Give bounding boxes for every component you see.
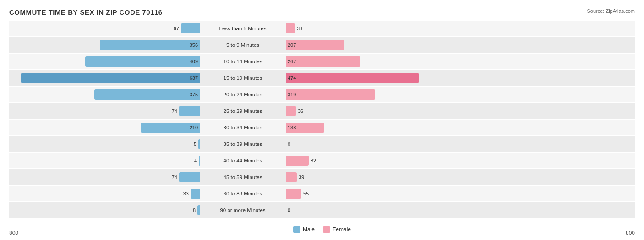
- bar-label: Less than 5 Minutes: [202, 26, 284, 31]
- left-section: 210: [9, 123, 202, 133]
- male-bar: [198, 139, 200, 149]
- female-bar: [286, 156, 309, 166]
- left-section: 409: [9, 56, 202, 67]
- bar-label: 25 to 29 Minutes: [202, 108, 284, 114]
- female-bar: 319: [286, 89, 375, 100]
- left-section: 74: [9, 106, 202, 116]
- male-bar: [179, 172, 200, 182]
- right-section: 0: [284, 205, 476, 215]
- bar-row: 7425 to 29 Minutes36: [9, 103, 635, 119]
- right-section: 138: [284, 123, 476, 133]
- bar-row: 890 or more Minutes0: [9, 202, 635, 218]
- right-section: 207: [284, 40, 476, 50]
- female-bar: [286, 106, 296, 116]
- bar-row: 535 to 39 Minutes0: [9, 136, 635, 152]
- bar-label: 60 to 89 Minutes: [202, 191, 284, 196]
- chart-container: COMMUTE TIME BY SEX IN ZIP CODE 70116 So…: [0, 0, 644, 240]
- bar-label: 40 to 44 Minutes: [202, 158, 284, 163]
- bar-row: 3360 to 89 Minutes55: [9, 186, 635, 201]
- male-bar: [179, 106, 200, 116]
- bar-row: 7445 to 59 Minutes39: [9, 169, 635, 185]
- legend-female: Female: [323, 226, 351, 233]
- bar-row: 63715 to 19 Minutes474: [9, 70, 635, 86]
- legend-female-box: [323, 226, 330, 233]
- right-section: 319: [284, 89, 476, 100]
- legend-male: Male: [293, 226, 315, 233]
- male-bar: 356: [100, 40, 200, 50]
- bars-area: 67Less than 5 Minutes333565 to 9 Minutes…: [9, 21, 635, 218]
- bar-label: 45 to 59 Minutes: [202, 174, 284, 180]
- left-section: 356: [9, 40, 202, 50]
- female-bar: 267: [286, 56, 360, 67]
- bar-row: 440 to 44 Minutes82: [9, 153, 635, 168]
- right-section: 267: [284, 56, 476, 67]
- bar-label: 90 or more Minutes: [202, 207, 284, 213]
- left-section: 4: [9, 156, 202, 166]
- left-section: 8: [9, 205, 202, 215]
- right-section: 55: [284, 189, 476, 199]
- bar-row: 3565 to 9 Minutes207: [9, 37, 635, 53]
- bar-label: 10 to 14 Minutes: [202, 59, 284, 64]
- bar-label: 5 to 9 Minutes: [202, 42, 284, 48]
- male-bar: [197, 205, 200, 215]
- male-bar: [181, 23, 200, 33]
- male-bar: [191, 189, 200, 199]
- right-section: 474: [284, 73, 476, 83]
- chart-legend: Male Female: [293, 226, 351, 233]
- right-section: 36: [284, 106, 476, 116]
- right-section: 0: [284, 139, 476, 149]
- female-bar: [286, 189, 301, 199]
- chart-title: COMMUTE TIME BY SEX IN ZIP CODE 70116: [9, 8, 635, 16]
- female-bar: 474: [286, 73, 419, 83]
- legend-male-box: [293, 226, 300, 233]
- female-bar: [286, 23, 295, 33]
- left-section: 74: [9, 172, 202, 182]
- left-section: 67: [9, 23, 202, 33]
- right-section: 33: [284, 23, 476, 33]
- legend-male-label: Male: [303, 226, 315, 233]
- left-section: 637: [9, 73, 202, 83]
- chart-footer: 800 Male Female 800: [0, 230, 644, 236]
- male-bar: [199, 156, 200, 166]
- bar-label: 35 to 39 Minutes: [202, 141, 284, 147]
- bar-label: 20 to 24 Minutes: [202, 92, 284, 97]
- right-section: 39: [284, 172, 476, 182]
- right-section: 82: [284, 156, 476, 166]
- female-bar: [286, 172, 297, 182]
- legend-female-label: Female: [333, 226, 351, 233]
- male-bar: 637: [21, 73, 200, 83]
- footer-right-value: 800: [626, 230, 635, 236]
- bar-row: 21030 to 34 Minutes138: [9, 120, 635, 135]
- bar-row: 37520 to 24 Minutes319: [9, 87, 635, 102]
- bar-row: 67Less than 5 Minutes33: [9, 21, 635, 36]
- left-section: 33: [9, 189, 202, 199]
- source-label: Source: ZipAtlas.com: [587, 8, 635, 14]
- bar-row: 40910 to 14 Minutes267: [9, 54, 635, 69]
- left-section: 5: [9, 139, 202, 149]
- bar-label: 15 to 19 Minutes: [202, 75, 284, 81]
- bar-label: 30 to 34 Minutes: [202, 125, 284, 130]
- footer-left-value: 800: [9, 230, 18, 236]
- male-bar: 409: [85, 56, 200, 67]
- female-bar: 207: [286, 40, 344, 50]
- male-bar: 375: [94, 89, 200, 100]
- left-section: 375: [9, 89, 202, 100]
- female-bar: 138: [286, 123, 324, 133]
- male-bar: 210: [141, 123, 200, 133]
